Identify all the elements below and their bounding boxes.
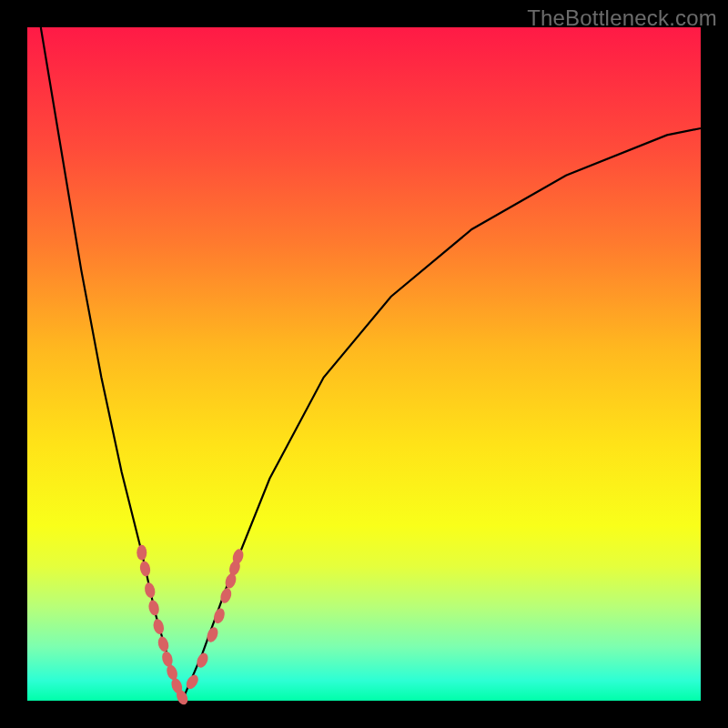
bead-point [144,581,157,599]
bead-point [147,599,161,616]
chart-overlay [27,27,701,701]
bead-point [138,561,151,578]
curve-left [41,27,182,701]
bead-point [160,650,174,667]
bead-point [157,635,170,652]
curve-right [182,128,701,701]
watermark-text: TheBottleneck.com [527,5,717,31]
bead-point [152,618,166,635]
chart-frame: TheBottleneck.com [0,0,728,728]
plot-area [27,27,701,701]
bead-point [184,672,200,691]
bead-point [136,545,147,561]
